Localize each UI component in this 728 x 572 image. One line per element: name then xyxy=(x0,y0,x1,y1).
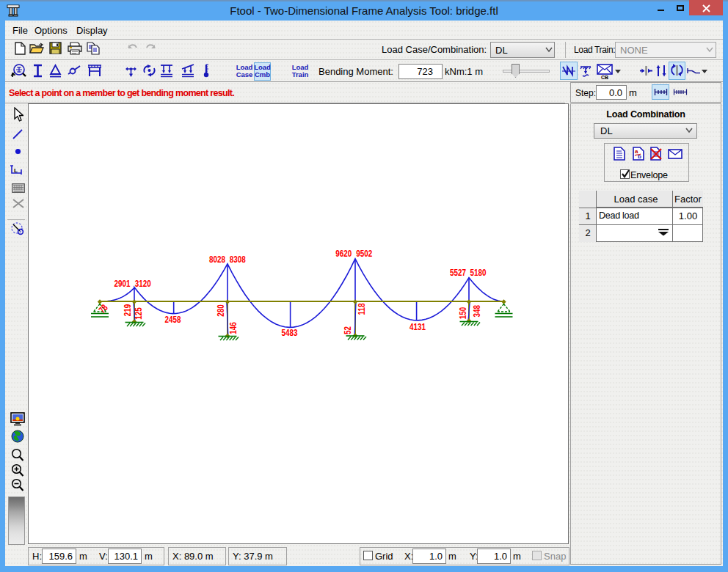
svg-text:280: 280 xyxy=(215,304,226,317)
svg-text:2458: 2458 xyxy=(164,314,181,325)
svg-text:5180: 5180 xyxy=(470,267,486,278)
svg-text:5483: 5483 xyxy=(282,327,298,338)
svg-text:146: 146 xyxy=(228,322,239,334)
svg-text:2901: 2901 xyxy=(114,278,131,289)
svg-text:219: 219 xyxy=(122,304,133,317)
svg-text:8028: 8028 xyxy=(209,254,225,265)
svg-text:5527: 5527 xyxy=(450,267,466,278)
svg-text:9620: 9620 xyxy=(335,248,352,259)
svg-text:8308: 8308 xyxy=(230,254,246,265)
svg-text:118: 118 xyxy=(356,303,367,315)
svg-text:3120: 3120 xyxy=(135,278,151,289)
svg-text:CB: CB xyxy=(601,75,608,79)
svg-text:52: 52 xyxy=(342,326,353,334)
svg-text:150: 150 xyxy=(457,307,468,320)
svg-text:125: 125 xyxy=(133,307,144,320)
svg-text:L: L xyxy=(14,167,18,174)
svg-text:348: 348 xyxy=(471,305,482,318)
svg-text:4131: 4131 xyxy=(410,321,426,332)
svg-text:9502: 9502 xyxy=(356,248,372,259)
